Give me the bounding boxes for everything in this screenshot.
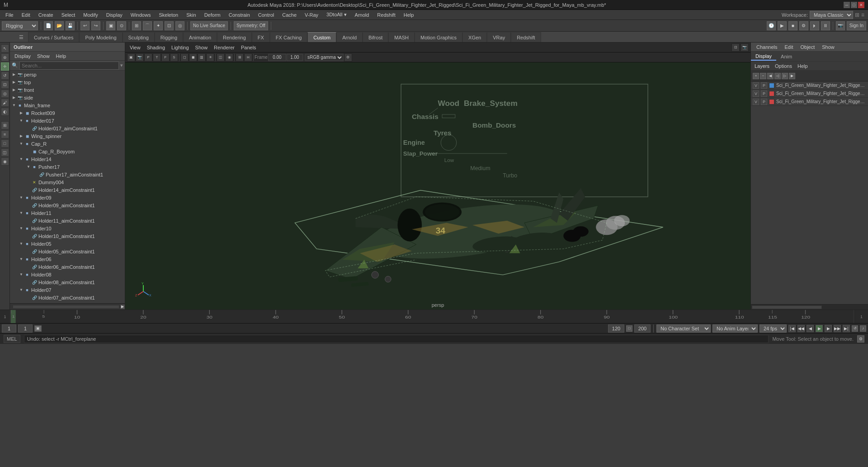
sub-tab-options[interactable]: Options [773, 63, 794, 69]
select-mode-btn[interactable]: ▣ [106, 21, 115, 30]
vp-tb-xray[interactable]: ◫ [217, 53, 225, 62]
expand-holder017[interactable]: ▼ [19, 119, 24, 123]
snap-surface-btn[interactable]: ◎ [175, 21, 184, 30]
vp-frame-number[interactable] [268, 54, 286, 61]
expand-holder11[interactable]: ▼ [19, 211, 24, 215]
camera-btn[interactable]: 📷 [836, 21, 845, 30]
tool-select[interactable]: ↖ [1, 44, 9, 52]
expand-wing-spinner[interactable]: ▶ [19, 134, 24, 138]
menu-vray[interactable]: V-Ray [301, 11, 322, 19]
expand-cap-r[interactable]: ▼ [19, 142, 24, 146]
vp-menu-show[interactable]: Show [193, 44, 211, 51]
vp-tb-wireframe[interactable]: ◻ [180, 53, 189, 62]
vp-tb-grid[interactable]: ⊞ [236, 53, 244, 62]
tree-item-holder06[interactable]: ▼ ■ Holder06 [10, 255, 125, 263]
new-file-btn[interactable]: 📄 [44, 21, 53, 30]
vp-menu-lighting[interactable]: Lighting [169, 44, 192, 51]
render-settings-btn[interactable]: ⚙ [799, 21, 808, 30]
snap-view-btn[interactable]: ⊡ [165, 21, 174, 30]
expand-holder05[interactable]: ▼ [19, 242, 24, 246]
vp-tb-isolate[interactable]: ◉ [225, 53, 233, 62]
prev-key-btn[interactable]: ◀◀ [797, 325, 805, 332]
tool-xray[interactable]: ◫ [1, 148, 9, 157]
expand-side[interactable]: ▶ [12, 95, 16, 100]
tool-render-region[interactable]: □ [1, 139, 9, 148]
status-settings-btn[interactable]: ⚙ [857, 335, 864, 343]
prev-layer2-btn[interactable]: ◁ [774, 73, 781, 79]
frame-start-input[interactable] [2, 324, 16, 333]
menu-skeleton[interactable]: Skeleton [155, 11, 182, 19]
search-dropdown-icon[interactable]: ▾ [120, 62, 123, 68]
layer-playback-3[interactable]: P [761, 99, 767, 105]
tree-item-holder14[interactable]: ▼ ■ Holder14 [10, 155, 125, 163]
tab-vray[interactable]: VRay [487, 32, 511, 42]
snap-point-btn[interactable]: ✦ [154, 21, 163, 30]
tab-fx-caching[interactable]: FX Caching [270, 32, 307, 42]
loop-btn[interactable]: ↺ [852, 325, 858, 332]
tree-item-holder09[interactable]: ▼ ■ Holder09 [10, 194, 125, 201]
tree-item-front[interactable]: ▶ 📷 front [10, 86, 125, 94]
play-end-btn[interactable]: ▶| [843, 325, 850, 332]
vp-menu-view[interactable]: View [127, 44, 143, 51]
cb-object-menu[interactable]: Object [798, 44, 816, 50]
menu-constrain[interactable]: Constrain [225, 11, 254, 19]
expand-rocket[interactable]: ▶ [19, 111, 24, 115]
playblast-btn[interactable]: ⏵ [810, 21, 819, 30]
vp-tb-side[interactable]: S [170, 53, 178, 62]
anim-layer-dropdown[interactable]: No Anim Layer [712, 324, 758, 333]
tab-sculpting[interactable]: Sculpting [123, 32, 155, 42]
menu-control[interactable]: Control [255, 11, 278, 19]
lasso-btn[interactable]: ⊙ [117, 21, 126, 30]
menu-edit[interactable]: Edit [18, 11, 34, 19]
prev-frame-btn[interactable]: ◀ [807, 325, 814, 332]
expand-holder017-aim[interactable] [26, 126, 31, 131]
sub-tab-help[interactable]: Help [796, 63, 810, 69]
channel-box-hscroll[interactable] [751, 304, 868, 310]
tab-rigging[interactable]: Rigging [155, 32, 183, 42]
tab-motion-graphics[interactable]: Motion Graphics [415, 32, 462, 42]
tree-item-holder017-aim[interactable]: 🔗 Holder017_aimConstraint1 [10, 124, 125, 132]
expand-holder08[interactable]: ▼ [19, 272, 24, 277]
tab-custom[interactable]: Custom [307, 32, 336, 42]
close-button[interactable]: ✕ [858, 2, 864, 8]
vp-tb-texture[interactable]: ▥ [198, 53, 206, 62]
vp-tb-hud[interactable]: H [244, 53, 252, 62]
tool-lasso[interactable]: ⊚ [1, 53, 9, 62]
tree-item-holder14-aim[interactable]: 🔗 Holder14_aimConstraint1 [10, 186, 125, 194]
tab-menu-btn[interactable]: ☰ [16, 32, 26, 42]
vp-tb-camera[interactable]: 📷 [136, 53, 144, 62]
expand-dummy004[interactable] [26, 180, 31, 185]
menu-select[interactable]: Select [58, 11, 79, 19]
expand-pusher17-aim[interactable] [33, 172, 38, 177]
fps-dropdown[interactable]: 24 fps 30 fps [760, 324, 787, 333]
tree-item-holder11-aim[interactable]: 🔗 Holder11_aimConstraint1 [10, 217, 125, 224]
expand-holder10-aim[interactable] [26, 234, 31, 238]
render-btn[interactable]: ▶ [778, 21, 787, 30]
tab-arnold[interactable]: Arnold [336, 32, 363, 42]
tree-item-cap-r-boyyom[interactable]: ◼ Cap_R_Boyyom [10, 148, 125, 155]
sign-in-btn[interactable]: Sign In [847, 21, 866, 30]
menu-arnold[interactable]: Arnold [351, 11, 373, 19]
tree-item-holder07-aim[interactable]: 🔗 Holder07_aimConstraint1 [10, 294, 125, 301]
menu-file[interactable]: File [2, 11, 17, 19]
save-file-btn[interactable]: 💾 [66, 21, 75, 30]
cb-show-menu[interactable]: Show [820, 44, 836, 50]
vp-tb-smooth[interactable]: ◼ [189, 53, 197, 62]
tool-paint[interactable]: 🖌 [1, 99, 9, 107]
tree-item-holder06-aim[interactable]: 🔗 Holder06_aimConstraint1 [10, 263, 125, 271]
tree-item-wing-spinner[interactable]: ▶ ◼ Wing_spinner [10, 132, 125, 140]
tab-mash[interactable]: MASH [388, 32, 415, 42]
outliner-help-menu[interactable]: Help [53, 52, 69, 60]
sub-tab-layers[interactable]: Layers [753, 63, 771, 69]
undo-btn[interactable]: ↩ [80, 21, 90, 30]
expand-pusher17[interactable]: ▼ [26, 165, 31, 169]
command-input-area[interactable]: Undo: select -r MCtrl_foreplane [24, 335, 769, 343]
expand-holder07[interactable]: ▼ [19, 288, 24, 292]
expand-holder14-aim[interactable] [26, 188, 31, 192]
tab-fx[interactable]: FX [252, 32, 270, 42]
vp-frame-size[interactable] [287, 54, 303, 61]
tree-item-holder10[interactable]: ▼ ■ Holder10 [10, 224, 125, 232]
vp-tb-front[interactable]: F [161, 53, 170, 62]
character-set-dropdown[interactable]: No Character Set [656, 324, 711, 333]
mode-dropdown[interactable]: Rigging [2, 21, 38, 30]
